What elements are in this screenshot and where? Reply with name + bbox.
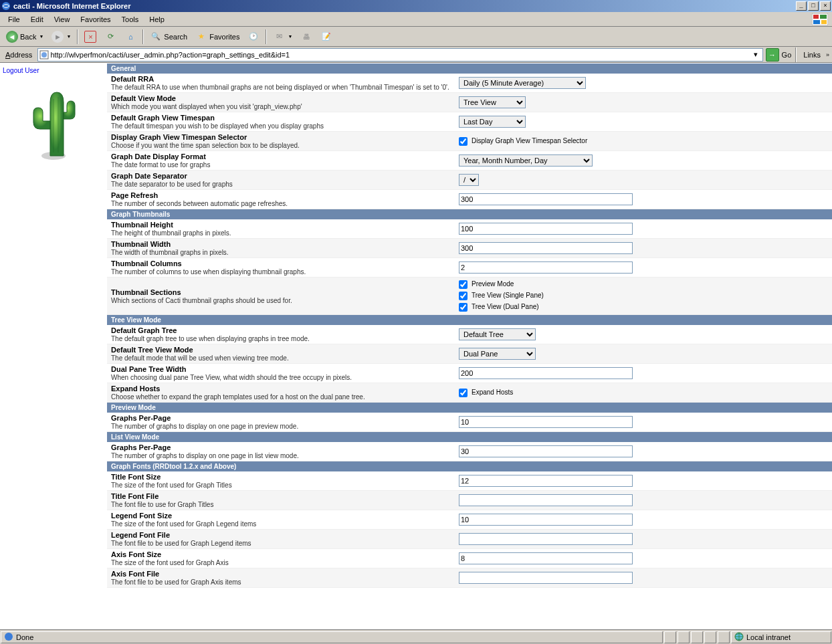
checkbox-label: Expand Hosts (472, 389, 513, 396)
page-refresh-input[interactable] (459, 193, 633, 205)
history-button[interactable]: 🕑 (244, 29, 263, 45)
row-title: Legend Font Size (111, 512, 451, 520)
mail-button[interactable]: ✉▼ (270, 29, 296, 45)
row-desc: Which sections of Cacti thumbnail graphs… (111, 297, 292, 304)
edit-button[interactable]: 📝 (317, 29, 336, 45)
checkbox-label: Preview Mode (472, 280, 514, 288)
thumb-preview-checkbox[interactable] (459, 280, 467, 289)
default-tree-mode-select[interactable]: Dual Pane (459, 348, 536, 360)
links-chevron-icon[interactable]: » (826, 51, 829, 58)
thumb-height-input[interactable] (459, 223, 633, 235)
address-input[interactable] (50, 51, 750, 59)
stop-button[interactable]: × (81, 29, 100, 45)
checkbox-label: Tree View (Single Pane) (472, 292, 544, 299)
menu-help[interactable]: Help (144, 14, 170, 25)
legend-font-file-input[interactable] (459, 533, 633, 545)
row-title: Graphs Per-Page (111, 443, 451, 451)
thumb-width-input[interactable] (459, 242, 633, 254)
menu-tools[interactable]: Tools (116, 14, 144, 25)
menu-file[interactable]: File (3, 14, 25, 25)
row-desc: The number of seconds between automatic … (111, 200, 288, 207)
maximize-button[interactable]: □ (808, 1, 819, 11)
thumb-columns-input[interactable] (459, 261, 633, 274)
row-title: Display Graph View Timespan Selector (111, 133, 451, 141)
row-desc: Choose if you want the time span selecti… (111, 142, 300, 149)
dual-pane-width-input[interactable] (459, 367, 633, 379)
row-desc: Which mode you want displayed when you v… (111, 103, 302, 110)
row-desc: The date format to use for graphs (111, 161, 210, 169)
preview-gpp-input[interactable] (459, 416, 633, 428)
go-button[interactable]: → (766, 48, 779, 62)
row-desc: The date separator to be used for graphs (111, 181, 233, 188)
toolbar: ◄ Back ▼ ► ▼ × ⟳ ⌂ 🔍 Search ★ Favorites … (0, 27, 832, 47)
print-icon: 🖶 (300, 31, 312, 43)
default-view-mode-select[interactable]: Tree View (459, 96, 526, 108)
axis-font-size-input[interactable] (459, 552, 633, 564)
row-title: Page Refresh (111, 191, 451, 199)
print-button[interactable]: 🖶 (297, 29, 316, 45)
row-desc: The default RRA to use when thumbnail gr… (111, 84, 449, 91)
menu-edit[interactable]: Edit (25, 14, 49, 25)
content-scroll[interactable]: Logout User (0, 64, 832, 629)
section-preview: Preview Mode (107, 403, 832, 413)
title-font-file-input[interactable] (459, 494, 633, 506)
row-desc: The size of the font used for Graph Titl… (111, 481, 232, 489)
checkbox-label: Tree View (Dual Pane) (472, 303, 539, 310)
menu-favorites[interactable]: Favorites (75, 14, 116, 25)
default-timespan-select[interactable]: Last Day (459, 116, 526, 128)
row-desc: The height of thumbnail graphs in pixels… (111, 229, 231, 237)
minimize-button[interactable]: _ (796, 1, 807, 11)
stop-icon: × (84, 31, 96, 43)
expand-hosts-checkbox[interactable] (459, 389, 467, 397)
refresh-button[interactable]: ⟳ (101, 29, 120, 45)
thumb-tree-dual-checkbox[interactable] (459, 303, 467, 312)
window-titlebar: cacti - Microsoft Internet Explorer _ □ … (0, 0, 832, 12)
row-title: Title Font Size (111, 473, 451, 481)
row-desc: The font file to use for Graph Titles (111, 501, 213, 508)
row-title: Thumbnail Height (111, 221, 451, 229)
close-button[interactable]: × (820, 1, 831, 11)
row-desc: The number of graphs to display on one p… (111, 452, 299, 459)
back-icon: ◄ (6, 31, 18, 43)
display-timespan-checkbox[interactable] (459, 137, 467, 146)
date-separator-select[interactable]: / (459, 174, 479, 186)
title-font-size-input[interactable] (459, 475, 633, 487)
row-title: Title Font File (111, 492, 451, 500)
row-title: Legend Font File (111, 531, 451, 539)
section-thumbnails: Graph Thumbnails (107, 209, 832, 220)
forward-button[interactable]: ► ▼ (48, 29, 74, 45)
svg-rect-4 (813, 20, 820, 24)
row-title: Default Graph View Timespan (111, 114, 451, 122)
axis-font-file-input[interactable] (459, 572, 633, 584)
menu-view[interactable]: View (49, 14, 76, 25)
row-title: Dual Pane Tree Width (111, 365, 451, 373)
zone-icon (734, 632, 744, 643)
row-title: Default View Mode (111, 94, 451, 102)
row-title: Thumbnail Columns (111, 259, 451, 267)
svg-rect-3 (820, 15, 827, 19)
thumb-tree-single-checkbox[interactable] (459, 292, 467, 300)
row-desc: When choosing dual pane Tree View, what … (111, 374, 352, 381)
cacti-logo (3, 82, 104, 164)
list-gpp-input[interactable] (459, 445, 633, 457)
default-tree-select[interactable]: Default Tree (459, 328, 536, 340)
date-format-select[interactable]: Year, Month Number, Day (459, 154, 593, 167)
search-button[interactable]: 🔍 Search (146, 29, 191, 45)
search-icon: 🔍 (150, 31, 162, 43)
section-tree: Tree View Mode (107, 315, 832, 326)
home-button[interactable]: ⌂ (121, 29, 140, 45)
favorites-button[interactable]: ★ Favorites (192, 29, 243, 45)
logout-link[interactable]: Logout User (3, 67, 39, 74)
address-dropdown-arrow-icon[interactable]: ▾ (750, 50, 761, 59)
sidebar: Logout User (0, 64, 107, 588)
window-title: cacti - Microsoft Internet Explorer (13, 2, 795, 10)
mail-icon: ✉ (273, 31, 285, 43)
links-label[interactable]: Links (801, 51, 823, 59)
back-button[interactable]: ◄ Back ▼ (3, 29, 47, 45)
row-title: Default RRA (111, 75, 451, 83)
dropdown-arrow-icon: ▼ (288, 34, 292, 39)
home-icon: ⌂ (124, 31, 136, 43)
section-fonts: Graph Fonts (RRDtool 1.2.x and Above) (107, 461, 832, 472)
default-rra-select[interactable]: Daily (5 Minute Average) (459, 77, 586, 89)
legend-font-size-input[interactable] (459, 514, 633, 526)
